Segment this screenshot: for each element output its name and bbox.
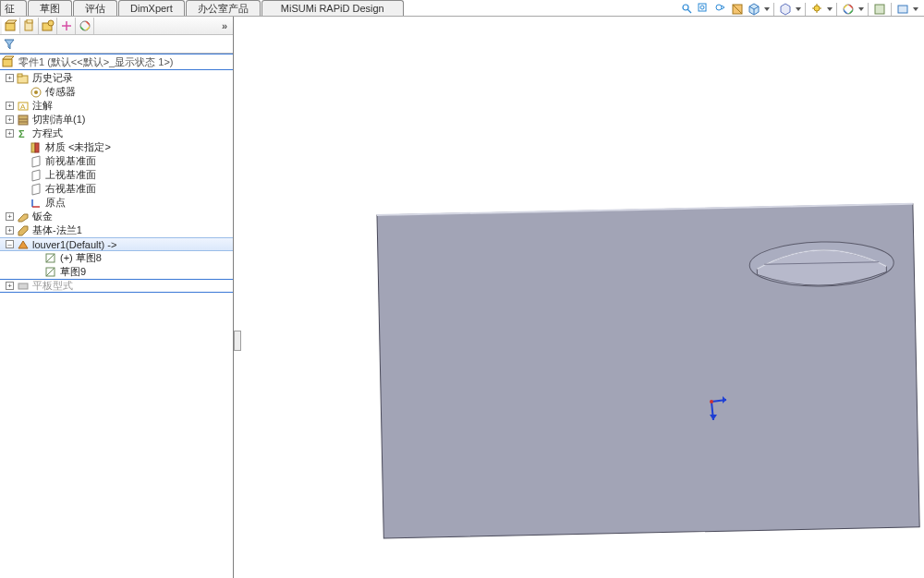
zoom-area-icon[interactable] [697,2,711,17]
tree-node-origin[interactable]: 原点 [0,196,233,210]
panel-tab-display[interactable] [76,18,94,34]
tree-label: 前视基准面 [45,154,96,168]
tab-office[interactable]: 办公室产品 [186,0,261,16]
svg-point-3 [700,6,704,9]
tree-node-material[interactable]: 材质 <未指定> [0,140,233,154]
forming-tool-icon [17,238,30,251]
annotation-icon: A [17,100,30,113]
tab-misumi[interactable]: MiSUMi RAPiD Design [261,0,404,16]
sketch-icon [44,266,57,279]
expand-icon[interactable]: + [6,212,14,221]
panel-tab-config[interactable] [39,18,57,34]
tab-label: 评估 [85,2,105,16]
hide-show-icon[interactable] [809,2,824,17]
render-icon[interactable] [872,2,887,17]
dropdown-arrow-icon[interactable] [913,7,918,11]
svg-line-1 [688,10,692,14]
expand-icon[interactable]: + [6,102,14,110]
tree-node-louver[interactable]: – louver1(Default) -> [0,237,233,251]
part-header-row[interactable]: 零件1 (默认<<默认>_显示状态 1>) [0,54,233,70]
tree-node-top-plane[interactable]: 上视基准面 [0,168,233,182]
expand-spacer [18,157,27,165]
tree-node-right-plane[interactable]: 右视基准面 [0,182,233,196]
expand-spacer [33,254,42,262]
svg-point-6 [814,6,820,11]
tree-node-front-plane[interactable]: 前视基准面 [0,154,233,168]
tree-node-annotations[interactable]: + A 注解 [0,99,233,113]
tree-label: 上视基准面 [45,168,96,182]
expand-icon[interactable]: + [6,115,14,124]
part-icon [2,55,15,68]
view-settings-icon[interactable] [895,2,910,17]
dropdown-arrow-icon[interactable] [764,7,770,11]
panel-tab-property[interactable] [20,18,39,34]
expand-spacer [18,143,27,151]
tree-node-sheetmetal[interactable]: + 钣金 [0,210,233,223]
tree-label: 切割清单(1) [32,113,85,126]
command-manager-tabs: 征 草图 评估 DimXpert 办公室产品 MiSUMi RAPiD Desi… [0,0,924,17]
tree-label: 右视基准面 [45,182,96,196]
collapse-icon[interactable]: – [6,240,14,248]
tree-label: louver1(Default) -> [32,239,116,250]
svg-rect-2 [699,4,706,11]
svg-rect-30 [35,143,39,152]
tab-label: 办公室产品 [198,2,249,16]
sheetmetal-icon [17,211,30,223]
tree-label: 草图9 [60,265,86,279]
tree-label: 原点 [45,196,66,210]
expand-icon[interactable]: + [6,282,14,290]
tab-sketch[interactable]: 草图 [28,0,72,16]
tree-node-cutlist[interactable]: + 切割清单(1) [0,113,233,126]
tree-node-sensors[interactable]: 传感器 [0,85,233,99]
svg-point-14 [48,20,54,26]
panel-collapse-icon[interactable]: » [222,20,227,31]
panel-drag-handle[interactable] [234,331,241,351]
tree-node-sketch9[interactable]: 草图9 [0,265,233,279]
plane-icon [30,183,43,196]
dropdown-arrow-icon[interactable] [827,7,833,11]
display-style-icon[interactable] [778,2,793,17]
svg-point-0 [683,5,688,10]
dropdown-arrow-icon[interactable] [858,7,864,11]
tree-label: 传感器 [45,85,76,99]
svg-line-36 [46,268,55,276]
tab-feature[interactable]: 征 [0,0,27,16]
section-view-icon[interactable] [730,2,745,17]
tree-label: 历史记录 [32,71,73,85]
separator [836,3,837,16]
cutlist-icon [17,114,30,126]
expand-icon[interactable]: + [6,226,14,235]
dropdown-arrow-icon[interactable] [796,7,801,11]
material-icon [30,141,43,154]
model-render [234,17,924,578]
expand-icon[interactable]: + [6,74,14,82]
tree-node-history[interactable]: + 历史记录 [0,71,233,85]
view-orientation-icon[interactable] [747,2,761,17]
tree-node-base-flange[interactable]: + 基体-法兰1 [0,223,233,237]
tree-node-equations[interactable]: + Σ 方程式 [0,126,233,140]
svg-rect-9 [898,6,907,13]
tree-node-flat-pattern[interactable]: + 平板型式 [0,279,233,293]
appearance-icon[interactable] [841,2,856,17]
panel-tab-feature-tree[interactable] [2,18,20,34]
tree-node-sketch8[interactable]: (+) 草图8 [0,251,233,265]
zoom-fit-icon[interactable] [680,2,695,17]
panel-tab-dimxpert[interactable] [57,18,76,34]
filter-row [0,35,233,54]
tree-label: (+) 草图8 [60,251,102,265]
flat-pattern-icon [17,280,30,293]
plane-icon [30,169,43,182]
expand-icon[interactable]: + [6,129,14,138]
svg-rect-12 [27,19,32,23]
origin-icon [30,197,43,210]
graphics-viewport[interactable] [234,17,924,578]
svg-rect-29 [31,143,35,152]
prev-view-icon[interactable] [713,2,728,17]
tab-dimxpert[interactable]: DimXpert [118,0,185,16]
filter-icon[interactable] [4,39,15,50]
tree-label: 方程式 [32,126,63,140]
tab-evaluate[interactable]: 评估 [73,0,117,16]
svg-point-46 [710,400,713,403]
svg-rect-8 [875,5,884,14]
tree-label: 基体-法兰1 [32,223,82,237]
